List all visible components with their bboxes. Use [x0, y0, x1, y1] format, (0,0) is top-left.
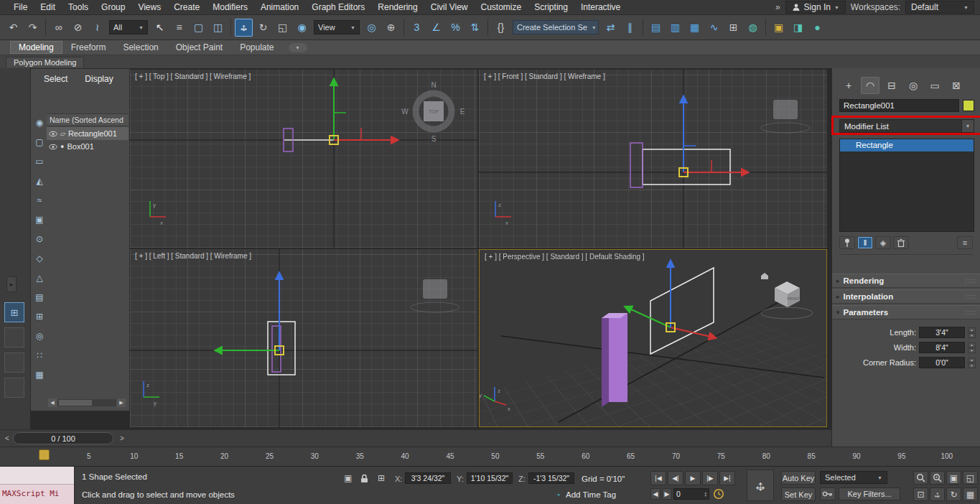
key-filters-button[interactable]: Key Filters...	[839, 487, 900, 500]
viewport-perspective[interactable]: [ + ] [ Perspective ] [ Standard ] [ Def…	[479, 249, 827, 427]
explorer-row-box001[interactable]: ● Box001	[47, 140, 129, 153]
sign-in-button[interactable]: Sign In ▼	[785, 1, 846, 14]
menu-item[interactable]: Animation	[254, 1, 305, 14]
spinner[interactable]: ▴ ▾	[968, 327, 976, 338]
material-editor-icon[interactable]: ◍	[744, 19, 762, 37]
display-geometry-icon[interactable]: ▢	[35, 137, 43, 147]
maxscript-listener-field[interactable]: MAXScript Mi	[0, 485, 74, 504]
select-object-icon[interactable]: ↖	[151, 19, 169, 37]
viewport-label[interactable]: [ + ] [ Perspective ] [ Standard ] [ Def…	[485, 253, 645, 261]
viewport-perspective-scene[interactable]: FRONT z y x	[480, 250, 826, 426]
rollout-interpolation[interactable]: ▸ Interpolation ∷∷	[832, 289, 980, 304]
scroll-track[interactable]	[57, 399, 116, 406]
display-bones-icon[interactable]: △	[36, 273, 42, 283]
display-selection-icon[interactable]: ∷	[37, 350, 42, 360]
snaps-toggle-icon[interactable]: 3	[408, 19, 426, 37]
previous-frame-button[interactable]: ◀|	[668, 471, 683, 485]
selection-region-icon[interactable]: ▢	[190, 19, 207, 37]
percent-snap-icon[interactable]: %	[447, 19, 465, 37]
menu-item[interactable]: Create	[167, 1, 206, 14]
tab-selection[interactable]: Selection	[114, 41, 167, 54]
scroll-right-icon[interactable]: ▶	[117, 398, 126, 407]
transform-gizmo-toggle-icon[interactable]: ⊞	[375, 472, 388, 485]
undo-icon[interactable]: ↶	[4, 19, 22, 37]
mirror-icon[interactable]: ⇄	[602, 19, 620, 37]
drag-grip-icon[interactable]: ∷∷	[965, 293, 976, 301]
named-selection-dropdown[interactable]: Create Selection Se ▼	[513, 20, 599, 34]
modifier-stack[interactable]: Rectangle	[839, 139, 974, 232]
modifier-list-dropdown[interactable]: Modifier List ▼	[839, 119, 974, 133]
spinner[interactable]: ▴ ▾	[968, 358, 976, 368]
scroll-left-icon[interactable]: ◀	[48, 398, 57, 407]
viewport-left-scene[interactable]: LEFT z y	[130, 249, 477, 427]
drag-grip-icon[interactable]: ∷∷	[965, 277, 976, 285]
zoom-extents-icon[interactable]: ▣	[946, 471, 961, 485]
modifier-stack-item[interactable]: Rectangle	[840, 139, 974, 151]
pan-view-icon[interactable]: ↔ ↕	[930, 487, 945, 501]
angle-snap-icon[interactable]: ∠	[427, 19, 445, 37]
viewcube[interactable]: FRONT	[761, 273, 813, 319]
track-bar[interactable]: 0510152025303540455055606570758085909510…	[0, 447, 980, 467]
select-and-move-icon[interactable]: ↔	[235, 19, 253, 37]
display-children-icon[interactable]: ▦	[35, 370, 43, 380]
maximize-viewport-toggle-icon[interactable]: ▦	[963, 487, 978, 501]
viewport-label[interactable]: [ + ] [ Top ] [ Standard ] [ Wireframe ]	[135, 73, 251, 80]
viewcube-compass[interactable]: TOP N S W E	[401, 81, 465, 143]
hierarchy-tab[interactable]: ⊟	[882, 77, 901, 94]
utilities-tab[interactable]: ⊠	[947, 77, 966, 94]
bind-to-spacewarp-icon[interactable]: ≀	[88, 19, 106, 37]
flyout-arrow-icon[interactable]: ▸	[6, 276, 17, 292]
next-frame-button[interactable]: |▶	[702, 471, 718, 485]
display-tab[interactable]: ▭	[925, 77, 944, 94]
box001-wireframe[interactable]	[630, 143, 643, 187]
object-name-field[interactable]: Rectangle001	[839, 99, 959, 112]
previous-key-button[interactable]: ◀	[650, 488, 661, 500]
selection-filter-dropdown[interactable]: All ▼	[109, 20, 148, 34]
set-key-button[interactable]: Set Key	[781, 487, 816, 501]
display-none-icon[interactable]: ◉	[36, 118, 43, 128]
align-icon[interactable]: ∥	[621, 19, 639, 37]
slider-left-icon[interactable]: <	[3, 433, 11, 444]
explorer-row-rectangle001[interactable]: ▱ Rectangle001	[47, 127, 129, 140]
menu-item[interactable]: Views	[131, 1, 167, 14]
play-button[interactable]: ▶	[685, 471, 701, 485]
display-particles-icon[interactable]: ◇	[36, 253, 42, 263]
menu-item[interactable]: Scripting	[528, 1, 574, 14]
menu-item[interactable]: Modifiers	[206, 1, 254, 14]
rendered-frame-icon[interactable]: ◨	[789, 19, 807, 37]
layer-explorer-toggle-icon[interactable]: ▥	[666, 19, 684, 37]
key-mode-dropdown[interactable]: Selected ▼	[820, 471, 887, 484]
display-cameras-icon[interactable]: ≈	[37, 195, 42, 205]
slider-right-icon[interactable]: >	[118, 433, 126, 444]
y-coordinate-field[interactable]: 1'10 15/32"	[467, 472, 513, 484]
next-key-button[interactable]: ▶	[662, 488, 672, 500]
zoom-all-icon[interactable]	[930, 471, 945, 485]
display-shapes-icon[interactable]: ▭	[35, 157, 43, 167]
drag-grip-icon[interactable]: ∷∷	[965, 309, 976, 317]
chevron-down-icon[interactable]: ▼	[961, 120, 974, 132]
menu-overflow-chevron[interactable]: »	[775, 2, 780, 12]
spinner-down-icon[interactable]: ▾	[968, 333, 976, 338]
menu-item[interactable]: Interactive	[574, 1, 627, 14]
select-and-rotate-icon[interactable]: ↻	[254, 19, 272, 37]
parameter-field[interactable]: 8'4"	[919, 342, 965, 353]
select-and-place-icon[interactable]: ◉	[293, 19, 311, 37]
eye-icon[interactable]	[49, 131, 57, 137]
rectangle-shape-wireframe[interactable]	[643, 149, 730, 185]
tab-modeling[interactable]: Modeling	[10, 41, 62, 54]
time-slider-marker[interactable]	[39, 449, 50, 460]
create-tab[interactable]: +	[839, 77, 858, 94]
show-end-result-icon[interactable]: ‖	[857, 236, 873, 249]
viewport-layout-tab-1[interactable]: ⊞	[4, 302, 24, 322]
ribbon-minimize-button[interactable]: ▼	[289, 43, 307, 52]
explorer-horizontal-scrollbar[interactable]: ◀ ▶	[48, 398, 126, 407]
isolate-selection-toggle-icon[interactable]: ▣	[342, 472, 355, 485]
spinner-up-icon[interactable]: ▴	[968, 342, 976, 347]
unlink-selection-icon[interactable]: ⊘	[69, 19, 87, 37]
viewport-layout-tab-3[interactable]	[4, 353, 24, 373]
menu-item[interactable]: Tools	[62, 1, 95, 14]
display-hidden-icon[interactable]: ⊞	[36, 312, 43, 322]
eye-icon[interactable]	[49, 144, 57, 150]
zoom-extents-all-icon[interactable]: ◱	[963, 471, 978, 485]
selection-lock-toggle-icon[interactable]	[358, 472, 370, 485]
